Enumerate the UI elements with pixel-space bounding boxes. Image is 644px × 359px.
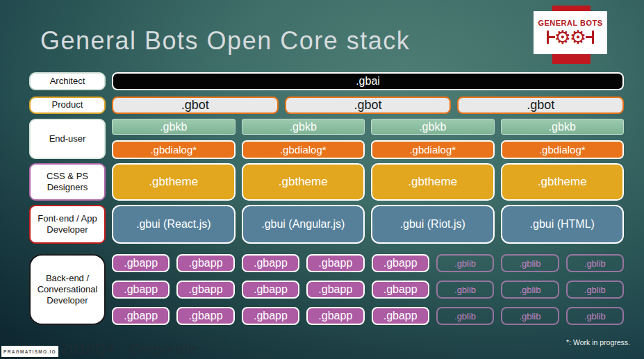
subrow-frontend-developer-1: .gbui (React.js).gbui (Angular.js).gbui … <box>112 205 624 244</box>
subrow-architect-1: .gbai <box>112 72 624 90</box>
gbui-box: .gbui (HTML) <box>501 205 625 244</box>
gbapp-box: .gbapp <box>242 307 299 325</box>
subrow-backend-developer-1: .gbapp.gbapp.gbapp.gbapp.gbapp.gblib.gbl… <box>112 254 624 272</box>
row-architect: Architect.gbai <box>29 72 624 90</box>
subrow-backend-developer-2: .gbapp.gbapp.gbapp.gbapp.gbapp.gblib.gbl… <box>112 281 624 299</box>
gbui-box: .gbui (Riot.js) <box>371 205 495 244</box>
row-content-frontend-developer: .gbui (React.js).gbui (Angular.js).gbui … <box>112 205 624 244</box>
gblib-box: .gblib <box>566 254 624 272</box>
gbui-box: .gbui (React.js) <box>112 205 236 244</box>
gbot-box: .gbot <box>457 97 624 114</box>
gbapp-box: .gbapp <box>242 281 299 299</box>
subrow-product-1: .gbot.gbot.gbot <box>112 97 624 114</box>
row-label-product: Product <box>29 97 106 114</box>
gblib-box: .gblib <box>501 307 559 325</box>
row-product: Product.gbot.gbot.gbot <box>29 97 624 114</box>
gbdialog-box: .gbdialog* <box>501 140 625 159</box>
gbtheme-box: .gbtheme <box>242 163 365 201</box>
logo-gears: ⚙ ⚙ <box>547 28 594 47</box>
subrow-css-ps-designers-1: .gbtheme.gbtheme.gbtheme.gbtheme <box>112 163 624 201</box>
gbui-box: .gbui (Angular.js) <box>242 205 365 244</box>
gbtheme-box: .gbtheme <box>371 163 495 201</box>
axle-icon <box>586 36 594 38</box>
gblib-box: .gblib <box>501 254 559 272</box>
row-label-frontend-developer: Font-end / App Developer <box>29 205 106 244</box>
gear-icon: ⚙ <box>570 28 586 47</box>
row-content-end-user: .gbkb.gbkb.gbkb.gbkb.gbdialog*.gbdialog*… <box>112 119 624 159</box>
gbkb-box: .gbkb <box>242 119 365 135</box>
gblib-box: .gblib <box>566 281 624 299</box>
gblib-box: .gblib <box>436 254 494 272</box>
gbapp-box: .gbapp <box>176 307 234 325</box>
row-end-user: End-user.gbkb.gbkb.gbkb.gbkb.gbdialog*.g… <box>29 119 624 159</box>
gblib-box: .gblib <box>436 307 494 325</box>
gblib-box: .gblib <box>436 281 494 299</box>
gbapp-box: .gbapp <box>372 254 429 272</box>
subrow-backend-developer-3: .gbapp.gbapp.gbapp.gbapp.gbapp.gblib.gbl… <box>112 307 624 325</box>
general-bots-logo: GENERAL BOTS ⚙ ⚙ <box>534 11 607 54</box>
row-label-backend-developer: Back-end / Conversational Developer <box>29 254 106 325</box>
gblib-box: .gblib <box>501 281 559 299</box>
gbapp-box: .gbapp <box>112 254 170 272</box>
gbapp-box: .gbapp <box>176 254 234 272</box>
gblib-box: .gblib <box>566 307 624 325</box>
gear-icon: ⚙ <box>554 28 571 47</box>
row-content-product: .gbot.gbot.gbot <box>112 97 624 114</box>
subrow-end-user-1: .gbkb.gbkb.gbkb.gbkb <box>112 119 624 135</box>
row-frontend-developer: Font-end / App Developer.gbui (React.js)… <box>29 205 624 244</box>
row-label-end-user: End-user <box>29 119 106 159</box>
row-backend-developer: Back-end / Conversational Developer.gbap… <box>29 254 624 325</box>
gbdialog-box: .gbdialog* <box>371 140 495 159</box>
gbdialog-box: .gbdialog* <box>112 140 236 159</box>
gbapp-box: .gbapp <box>112 307 170 325</box>
row-content-css-ps-designers: .gbtheme.gbtheme.gbtheme.gbtheme <box>112 163 624 201</box>
gbapp-box: .gbapp <box>176 281 234 299</box>
row-content-architect: .gbai <box>112 72 624 90</box>
gbdialog-box: .gbdialog* <box>242 140 365 159</box>
row-css-ps-designers: CSS & PS Designers.gbtheme.gbtheme.gbthe… <box>29 163 624 201</box>
gbapp-box: .gbapp <box>112 281 170 299</box>
gbkb-box: .gbkb <box>112 119 236 135</box>
stack: Architect.gbaiProduct.gbot.gbot.gbotEnd-… <box>29 72 624 325</box>
pragmatismo-logo: PRAGMATISMO.IO <box>1 346 58 357</box>
gbapp-box: .gbapp <box>306 254 364 272</box>
slide-title: General Bots Open Core stack <box>40 26 410 56</box>
gbot-box: .gbot <box>285 97 452 114</box>
axle-icon <box>547 36 555 38</box>
gbot-box: .gbot <box>112 97 279 114</box>
row-label-architect: Architect <box>29 72 106 90</box>
gbapp-box: .gbapp <box>242 254 299 272</box>
gbapp-box: .gbapp <box>372 281 429 299</box>
gbapp-box: .gbapp <box>306 307 364 325</box>
gbai-box: .gbai <box>112 72 624 90</box>
slide-background: General Bots Open Core stack GENERAL BOT… <box>0 0 644 359</box>
subrow-end-user-2: .gbdialog*.gbdialog*.gbdialog*.gbdialog* <box>112 140 624 159</box>
row-content-backend-developer: .gbapp.gbapp.gbapp.gbapp.gbapp.gblib.gbl… <box>112 254 624 325</box>
gbkb-box: .gbkb <box>371 119 495 135</box>
gbapp-box: .gbapp <box>372 307 429 325</box>
gbtheme-box: .gbtheme <box>501 163 625 201</box>
gbkb-box: .gbkb <box>501 119 625 135</box>
work-in-progress-note: *: Work in progress. <box>566 338 630 347</box>
gbtheme-box: .gbtheme <box>112 163 236 201</box>
row-label-css-ps-designers: CSS & PS Designers <box>29 163 106 201</box>
footer-caption: 2018Q4 - Corporate <box>61 341 197 357</box>
gbapp-box: .gbapp <box>306 281 364 299</box>
